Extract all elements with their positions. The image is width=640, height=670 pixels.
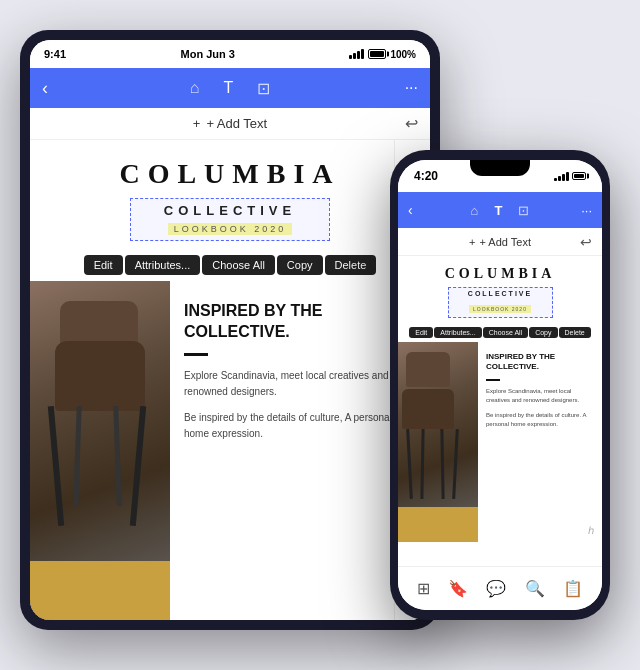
phone-chair-back (406, 352, 450, 387)
phone-chair-leg1 (406, 429, 413, 499)
phone-attributes-button[interactable]: Attributes... (434, 327, 481, 338)
tablet-body-text-2: Be inspired by the details of culture, A… (184, 410, 416, 442)
tablet-chair-leg2 (130, 406, 146, 526)
phone-page-bottom: INSPIRED BY THE COLLECTIVE. Explore Scan… (398, 342, 602, 542)
phone-chair-shape (406, 352, 454, 509)
tablet-battery-icon (368, 49, 386, 59)
tablet-date: Mon Jun 3 (181, 48, 235, 60)
phone-page-content: COLUMBIA COLLECTIVE LOOKBOOK 2020 Edit A… (398, 256, 602, 566)
phone-battery-fill (574, 174, 584, 178)
phone-undo-button[interactable]: ↩ (580, 234, 592, 250)
phone-chair-image (398, 342, 478, 542)
tablet-document: COLUMBIA COLLECTIVE LOOKBOOK 2020 Edit A… (30, 140, 430, 620)
tablet-chair-shape (45, 301, 155, 531)
phone-notch (470, 160, 530, 176)
tablet-choose-all-button[interactable]: Choose All (202, 255, 275, 275)
phone-nav-comment-icon[interactable]: 💬 (486, 579, 506, 598)
phone-chair-leg4 (440, 429, 444, 499)
phone-text-icon[interactable]: T (494, 203, 502, 218)
phone-choose-all-button[interactable]: Choose All (483, 327, 528, 338)
phone-nav-list-icon[interactable]: 📋 (563, 579, 583, 598)
phone-home-icon[interactable]: ⌂ (471, 203, 479, 218)
phone-context-menu: Edit Attributes... Choose All Copy Delet… (398, 323, 602, 342)
tablet-collective-box[interactable]: COLLECTIVE LOOKBOOK 2020 (130, 198, 330, 241)
phone-lookbook-text: LOOKBOOK 2020 (469, 305, 531, 313)
tablet-home-icon[interactable]: ⌂ (190, 79, 200, 97)
phone-back-button[interactable]: ‹ (408, 202, 413, 218)
tablet-add-text-bar: + + Add Text ↩ (30, 108, 430, 140)
phone-nav-grid-icon[interactable]: ⊞ (417, 579, 430, 598)
tablet-text-icon[interactable]: T (223, 79, 233, 97)
phone-chair-leg3 (420, 429, 424, 499)
phone-add-text-label[interactable]: + Add Text (479, 236, 530, 248)
phone-delete-button[interactable]: Delete (559, 327, 591, 338)
tablet-status-icons: 100% (349, 49, 416, 60)
phone-status-icons (554, 172, 586, 181)
phone-collective-text: COLLECTIVE (453, 290, 548, 297)
tablet-divider (184, 353, 208, 356)
phone-signal-icon (554, 172, 569, 181)
phone-chair-leg2 (452, 429, 459, 499)
tablet-delete-button[interactable]: Delete (325, 255, 377, 275)
tablet-time: 9:41 (44, 48, 66, 60)
tablet-edit-button[interactable]: Edit (84, 255, 123, 275)
tablet-signal-icon (349, 49, 364, 59)
tablet-body-text-1: Explore Scandinavia, meet local creative… (184, 368, 416, 400)
phone-copy-button[interactable]: Copy (529, 327, 557, 338)
phone-add-text-bar: + + Add Text ↩ (398, 228, 602, 256)
tablet-screen: 9:41 Mon Jun 3 100% ‹ (30, 40, 430, 620)
tablet-lookbook-text: LOOKBOOK 2020 (168, 223, 293, 235)
phone-chair-seat (402, 389, 454, 429)
phone-page-text: INSPIRED BY THE COLLECTIVE. Explore Scan… (478, 342, 602, 542)
phone-divider (486, 379, 500, 381)
phone-bottom-nav: ⊞ 🔖 💬 🔍 📋 (398, 566, 602, 610)
tablet-status-bar: 9:41 Mon Jun 3 100% (30, 40, 430, 68)
phone-device: 4:20 ‹ ⌂ T (390, 150, 610, 620)
tablet-copy-button[interactable]: Copy (277, 255, 323, 275)
tablet-chair-leg3 (73, 406, 81, 506)
tablet-chair-image (30, 281, 170, 620)
tablet-attributes-button[interactable]: Attributes... (125, 255, 201, 275)
tablet-chair-leg1 (48, 406, 64, 526)
tablet-inspired-title: INSPIRED BY THE COLLECTIVE. (184, 301, 416, 343)
phone-inspired-title: INSPIRED BY THE COLLECTIVE. (486, 352, 594, 373)
phone-toolbar: ‹ ⌂ T ⊡ ··· (398, 192, 602, 228)
tablet-plus-icon: + (193, 116, 201, 131)
phone-edit-button[interactable]: Edit (409, 327, 433, 338)
tablet-context-menu: Edit Attributes... Choose All Copy Delet… (30, 249, 430, 281)
scene: 9:41 Mon Jun 3 100% ‹ (10, 10, 630, 660)
tablet-battery-pct: 100% (390, 49, 416, 60)
tablet-more-button[interactable]: ··· (405, 79, 418, 97)
tablet-chair-leg4 (113, 406, 121, 506)
phone-time: 4:20 (414, 169, 438, 183)
phone-body-text-2: Be inspired by the details of culture. A… (486, 411, 594, 429)
tablet-undo-button[interactable]: ↩ (405, 114, 418, 133)
phone-image-icon[interactable]: ⊡ (518, 203, 529, 218)
phone-body-text-1: Explore Scandinavia, meet local creative… (486, 387, 594, 405)
tablet-columbia-title: COLUMBIA (30, 140, 430, 190)
phone-columbia-title: COLUMBIA (398, 256, 602, 282)
phone-collective-box[interactable]: COLLECTIVE LOOKBOOK 2020 (448, 287, 553, 318)
phone-nav-search-icon[interactable]: 🔍 (525, 579, 545, 598)
phone-page-logo: ℎ (588, 525, 594, 536)
phone-plus-icon: + (469, 236, 475, 248)
phone-chair-legs (406, 429, 454, 509)
tablet-chair-seat (55, 341, 145, 411)
tablet-image-icon[interactable]: ⊡ (257, 79, 270, 98)
tablet-collective-text: COLLECTIVE (139, 203, 321, 218)
phone-more-button[interactable]: ··· (581, 203, 592, 218)
tablet-battery-fill (370, 51, 384, 57)
phone-nav-bookmark-icon[interactable]: 🔖 (448, 579, 468, 598)
tablet-add-text-label[interactable]: + Add Text (206, 116, 267, 131)
tablet-page-content: COLUMBIA COLLECTIVE LOOKBOOK 2020 Edit A… (30, 140, 430, 620)
tablet-back-button[interactable]: ‹ (42, 78, 48, 99)
phone-battery-icon (572, 172, 586, 180)
phone-screen: 4:20 ‹ ⌂ T (398, 160, 602, 610)
tablet-device: 9:41 Mon Jun 3 100% ‹ (20, 30, 440, 630)
phone-status-bar: 4:20 (398, 160, 602, 192)
tablet-toolbar: ‹ ⌂ T ⊡ ··· (30, 68, 430, 108)
tablet-page-bottom: INSPIRED BY THE COLLECTIVE. Explore Scan… (30, 281, 430, 620)
